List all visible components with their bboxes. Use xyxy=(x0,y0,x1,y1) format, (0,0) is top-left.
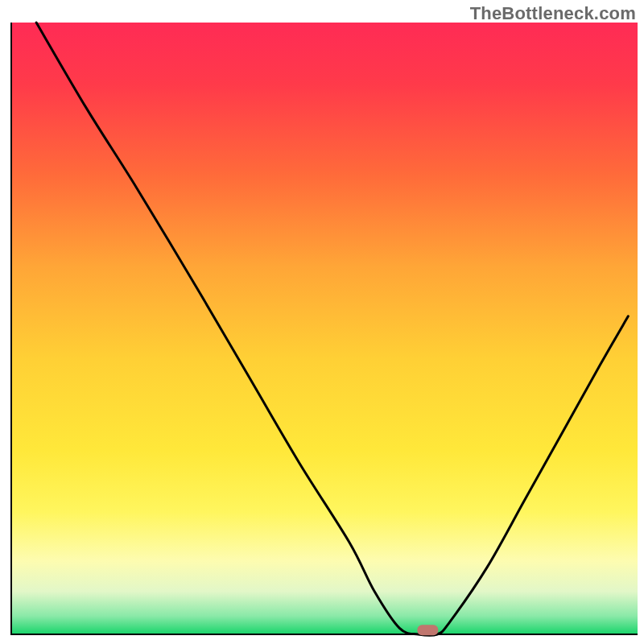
optimal-marker xyxy=(417,625,438,635)
bottleneck-chart xyxy=(0,0,644,644)
plot-background xyxy=(11,23,638,634)
chart-container: { "watermark": "TheBottleneck.com", "cha… xyxy=(0,0,644,644)
